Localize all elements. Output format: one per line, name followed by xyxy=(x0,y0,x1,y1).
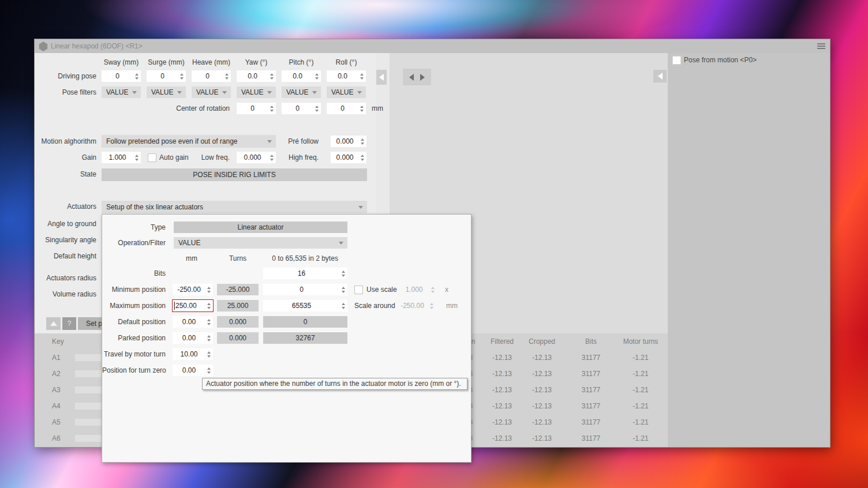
down-arrow-icon[interactable] xyxy=(361,142,364,145)
center-of-rotation-input-0-spinner-arrows[interactable] xyxy=(268,103,275,114)
nav-left-icon[interactable] xyxy=(409,74,414,81)
down-arrow-icon[interactable] xyxy=(361,159,364,161)
center-of-rotation-input-2-spinner-arrows[interactable] xyxy=(358,103,365,114)
up-arrow-icon[interactable] xyxy=(360,106,364,108)
travel-by-motor-turn-input[interactable]: 10.00 xyxy=(173,348,213,360)
driving-pose-input-5-spinner-arrows[interactable] xyxy=(358,70,365,82)
gain-input[interactable]: 1.000 xyxy=(102,152,141,163)
position-for-turn-zero-input-spinner-arrows[interactable] xyxy=(205,365,212,376)
up-arrow-icon[interactable] xyxy=(342,287,345,289)
down-arrow-icon[interactable] xyxy=(360,77,364,80)
high-freq-input-spinner-arrows[interactable] xyxy=(359,152,365,163)
actuators-dropdown[interactable]: Setup of the six linear actuators xyxy=(102,201,367,213)
pose-filter-dropdown-1[interactable]: VALUE xyxy=(147,87,186,98)
down-arrow-icon[interactable] xyxy=(207,291,211,293)
up-arrow-icon[interactable] xyxy=(270,155,274,157)
parked-position-mm-input-spinner-arrows[interactable] xyxy=(205,332,212,344)
minimum-position-bits-input[interactable]: 0 xyxy=(263,284,347,295)
menu-icon[interactable] xyxy=(817,43,825,50)
down-arrow-icon[interactable] xyxy=(430,307,433,309)
maximum-position-mm-input[interactable]: 250.00 xyxy=(173,300,213,311)
pose-filter-dropdown-5[interactable]: VALUE xyxy=(327,87,366,98)
down-arrow-icon[interactable] xyxy=(270,77,274,80)
pose-from-motion-checkbox[interactable] xyxy=(672,56,681,65)
scale-around-input-spinner-arrows[interactable] xyxy=(428,300,435,311)
down-arrow-icon[interactable] xyxy=(270,110,274,112)
down-arrow-icon[interactable] xyxy=(135,159,139,161)
down-arrow-icon[interactable] xyxy=(431,291,435,293)
up-arrow-icon[interactable] xyxy=(342,303,345,305)
up-arrow-icon[interactable] xyxy=(180,73,184,76)
down-arrow-icon[interactable] xyxy=(207,323,211,325)
pose-filter-dropdown-2[interactable]: VALUE xyxy=(192,87,231,98)
driving-pose-input-3-spinner-arrows[interactable] xyxy=(268,70,275,82)
down-arrow-icon[interactable] xyxy=(135,77,139,80)
bits-input[interactable]: 16 xyxy=(263,268,347,279)
up-arrow-icon[interactable] xyxy=(315,73,319,76)
maximum-position-mm-input-spinner-arrows[interactable] xyxy=(205,300,212,311)
up-arrow-icon[interactable] xyxy=(342,271,345,273)
motion-algorithm-dropdown[interactable]: Follow pretended pose even if out of ran… xyxy=(102,135,276,148)
down-arrow-icon[interactable] xyxy=(207,339,211,341)
driving-pose-input-2[interactable]: 0 xyxy=(192,70,231,82)
up-arrow-icon[interactable] xyxy=(207,367,211,370)
view-nav-buttons[interactable] xyxy=(403,69,431,85)
pre-follow-input-spinner-arrows[interactable] xyxy=(359,136,365,147)
up-arrow-icon[interactable] xyxy=(207,319,211,321)
pose-filter-dropdown-0[interactable]: VALUE xyxy=(102,87,141,98)
maximum-position-bits-input[interactable]: 65535 xyxy=(263,300,347,311)
minimum-position-bits-input-spinner-arrows[interactable] xyxy=(340,284,346,295)
use-scale-input-spinner-arrows[interactable] xyxy=(429,284,436,295)
maximum-position-bits-input-spinner-arrows[interactable] xyxy=(340,300,346,311)
down-arrow-icon[interactable] xyxy=(315,110,319,112)
up-arrow-icon[interactable] xyxy=(135,73,139,76)
travel-by-motor-turn-input-spinner-arrows[interactable] xyxy=(205,348,212,360)
minimum-position-mm-input[interactable]: -250.00 xyxy=(173,284,213,295)
center-of-rotation-input-1-spinner-arrows[interactable] xyxy=(313,103,320,114)
down-arrow-icon[interactable] xyxy=(207,355,211,358)
down-arrow-icon[interactable] xyxy=(360,110,364,112)
up-arrow-icon[interactable] xyxy=(207,287,211,289)
up-arrow-icon[interactable] xyxy=(361,138,364,141)
collapse-section-button[interactable] xyxy=(46,317,61,330)
center-of-rotation-input-0[interactable]: 0 xyxy=(237,103,276,114)
down-arrow-icon[interactable] xyxy=(207,371,211,374)
pose-filter-dropdown-4[interactable]: VALUE xyxy=(282,87,321,98)
up-arrow-icon[interactable] xyxy=(207,303,211,305)
low-freq-input-spinner-arrows[interactable] xyxy=(268,152,275,163)
minimum-position-mm-input-spinner-arrows[interactable] xyxy=(205,284,212,295)
default-position-mm-input-spinner-arrows[interactable] xyxy=(205,316,212,328)
collapse-left-panel-button[interactable] xyxy=(376,70,387,85)
up-arrow-icon[interactable] xyxy=(360,73,364,76)
help-button[interactable]: ? xyxy=(62,317,76,330)
driving-pose-input-4[interactable]: 0.0 xyxy=(282,70,321,82)
driving-pose-input-1-spinner-arrows[interactable] xyxy=(178,70,185,82)
up-arrow-icon[interactable] xyxy=(207,335,211,337)
up-arrow-icon[interactable] xyxy=(225,73,229,76)
up-arrow-icon[interactable] xyxy=(135,155,139,157)
default-position-mm-input[interactable]: 0.00 xyxy=(173,316,213,328)
driving-pose-input-3[interactable]: 0.0 xyxy=(237,70,276,82)
up-arrow-icon[interactable] xyxy=(431,287,435,289)
down-arrow-icon[interactable] xyxy=(207,307,211,309)
auto-gain-checkbox[interactable] xyxy=(148,153,156,162)
parked-position-mm-input[interactable]: 0.00 xyxy=(173,332,213,344)
driving-pose-input-0[interactable]: 0 xyxy=(102,70,141,82)
up-arrow-icon[interactable] xyxy=(315,106,319,108)
driving-pose-input-4-spinner-arrows[interactable] xyxy=(313,70,320,82)
actuator-type-button[interactable]: Linear actuator xyxy=(174,222,347,233)
down-arrow-icon[interactable] xyxy=(342,275,345,277)
driving-pose-input-2-spinner-arrows[interactable] xyxy=(223,70,230,82)
pose-filter-dropdown-3[interactable]: VALUE xyxy=(237,87,276,98)
up-arrow-icon[interactable] xyxy=(270,73,274,76)
down-arrow-icon[interactable] xyxy=(225,77,229,80)
up-arrow-icon[interactable] xyxy=(270,106,274,108)
down-arrow-icon[interactable] xyxy=(270,159,274,161)
high-freq-input[interactable]: 0.000 xyxy=(331,152,366,163)
driving-pose-input-1[interactable]: 0 xyxy=(147,70,186,82)
window-titlebar[interactable]: Linear hexapod (6DOF) <R1> xyxy=(35,39,830,54)
use-scale-checkbox[interactable] xyxy=(354,286,363,294)
driving-pose-input-5[interactable]: 0.0 xyxy=(327,70,366,82)
collapse-right-panel-button[interactable] xyxy=(653,70,667,82)
operation-filter-dropdown[interactable]: VALUE xyxy=(174,237,347,249)
